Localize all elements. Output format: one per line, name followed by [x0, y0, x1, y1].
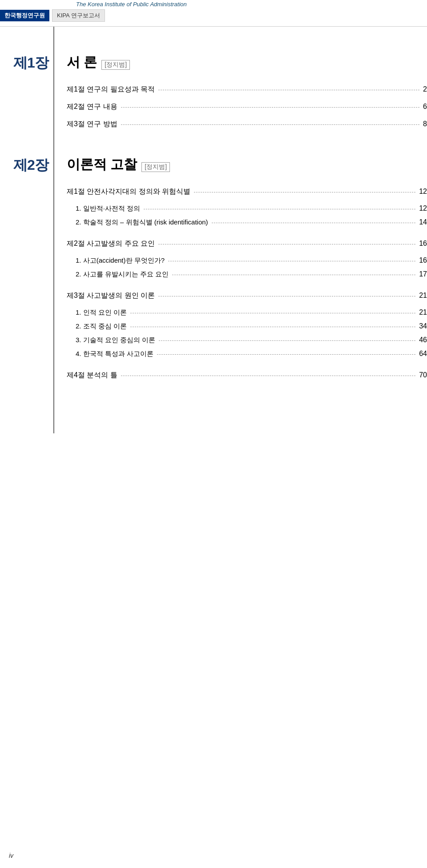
toc-dots [168, 261, 415, 261]
toc-page: 64 [419, 350, 427, 358]
badge-report: KIPA 연구보고서 [52, 9, 105, 22]
main-content: 제1장 서 론 [정지범] 제1절 연구의 필요성과 목적 2 제2절 연구 내… [0, 27, 427, 433]
toc-sub-title: 2. 조직 중심 이론 [76, 322, 127, 331]
toc-dots [157, 354, 415, 355]
toc-page: 8 [423, 120, 427, 128]
toc-entry: 제1절 연구의 필요성과 목적 2 [67, 85, 427, 94]
toc-sub-entry: 4. 한국적 특성과 사고이론 64 [76, 350, 427, 358]
toc-sub-entry: 2. 학술적 정의 – 위험식별 (risk identification) 1… [76, 218, 427, 227]
toc-dots [121, 107, 419, 108]
toc-page: 14 [419, 218, 427, 226]
chapter-1-tag: [정지범] [101, 60, 130, 70]
chapter-2: 제2장 이론적 고찰 [정지범] 제1절 안전사각지대의 정의와 위험식별 12… [0, 156, 427, 380]
toc-page: 12 [419, 188, 427, 196]
toc-entry: 제3절 사고발생의 원인 이론 21 [67, 291, 427, 300]
chapter-1-title: 서 론 [67, 53, 97, 72]
toc-dots [144, 209, 415, 209]
toc-sub-entry: 2. 조직 중심 이론 34 [76, 322, 427, 331]
toc-entry: 제1절 안전사각지대의 정의와 위험식별 12 [67, 187, 427, 196]
header-badges: 한국행정연구원 KIPA 연구보고서 [0, 9, 105, 22]
toc-page: 21 [419, 308, 427, 316]
toc-dots [158, 90, 419, 90]
toc-sub-title: 4. 한국적 특성과 사고이론 [76, 350, 153, 358]
toc-sub-entries: 1. 사고(accident)란 무엇인가? 16 2. 사고를 유발시키는 주… [67, 256, 427, 279]
toc-dots [159, 340, 415, 341]
toc-dots [121, 376, 415, 376]
toc-sub-entry: 1. 인적 요인 이론 21 [76, 308, 427, 317]
toc-entry: 제3절 연구 방법 8 [67, 120, 427, 129]
institute-name: The Korea Institute of Public Administra… [76, 1, 187, 8]
toc-sub-entry: 1. 일반적·사전적 정의 12 [76, 204, 427, 213]
toc-dots [194, 192, 415, 192]
chapter-2-toc: 제1절 안전사각지대의 정의와 위험식별 12 1. 일반적·사전적 정의 12… [67, 187, 427, 380]
toc-page: 16 [419, 240, 427, 248]
toc-section-title: 제1절 안전사각지대의 정의와 위험식별 [67, 187, 190, 196]
toc-page: 46 [419, 336, 427, 344]
section-group: 제3절 사고발생의 원인 이론 21 1. 인적 요인 이론 21 2. 조직 … [67, 291, 427, 358]
toc-dots [130, 327, 415, 327]
toc-section-title: 제3절 연구 방법 [67, 120, 117, 129]
toc-page: 17 [419, 270, 427, 278]
toc-page: 34 [419, 322, 427, 330]
toc-sub-entries: 1. 일반적·사전적 정의 12 2. 학술적 정의 – 위험식별 (risk … [67, 204, 427, 227]
footer-page-number: iv [9, 852, 13, 859]
toc-page: 16 [419, 256, 427, 264]
toc-dots [172, 275, 415, 275]
toc-dots [130, 313, 415, 313]
chapter-2-title: 이론적 고찰 [67, 156, 137, 174]
toc-page: 70 [419, 371, 427, 379]
toc-sub-entry: 3. 기술적 요인 중심의 이론 46 [76, 336, 427, 344]
toc-sub-entry: 2. 사고를 유발시키는 주요 요인 17 [76, 270, 427, 279]
toc-section-title: 제3절 사고발생의 원인 이론 [67, 291, 155, 300]
chapter-2-number: 제2장 [13, 156, 48, 175]
chapter-2-header: 제2장 이론적 고찰 [정지범] [67, 156, 427, 174]
toc-section-title: 제1절 연구의 필요성과 목적 [67, 85, 155, 94]
toc-section-title: 제4절 분석의 틀 [67, 371, 117, 380]
toc-dots [121, 124, 419, 125]
toc-page: 2 [423, 85, 427, 93]
toc-sub-title: 1. 일반적·사전적 정의 [76, 204, 140, 213]
chapter-1-number: 제1장 [13, 53, 48, 73]
chapter-2-tag: [정지범] [141, 162, 170, 172]
chapter-1-header: 제1장 서 론 [정지범] [67, 53, 427, 72]
chapter-1-toc: 제1절 연구의 필요성과 목적 2 제2절 연구 내용 6 제3절 연구 방법 … [67, 85, 427, 129]
section-group: 제4절 분석의 틀 70 [67, 371, 427, 380]
toc-section-title: 제2절 연구 내용 [67, 102, 117, 112]
toc-section-title: 제2절 사고발생의 주요 요인 [67, 239, 155, 248]
toc-sub-title: 3. 기술적 요인 중심의 이론 [76, 336, 155, 344]
toc-page: 6 [423, 103, 427, 111]
toc-sub-title: 1. 사고(accident)란 무엇인가? [76, 256, 165, 265]
chapter-1: 제1장 서 론 [정지범] 제1절 연구의 필요성과 목적 2 제2절 연구 내… [0, 53, 427, 129]
toc-sub-title: 1. 인적 요인 이론 [76, 308, 127, 317]
toc-entry: 제2절 연구 내용 6 [67, 102, 427, 112]
toc-entry: 제2절 사고발생의 주요 요인 16 [67, 239, 427, 248]
toc-entry: 제4절 분석의 틀 70 [67, 371, 427, 380]
toc-sub-title: 2. 사고를 유발시키는 주요 요인 [76, 270, 169, 279]
toc-page: 12 [419, 204, 427, 212]
toc-page: 21 [419, 292, 427, 300]
page-header: The Korea Institute of Public Administra… [0, 0, 427, 27]
toc-dots [212, 223, 416, 223]
toc-dots [158, 296, 415, 296]
toc-sub-entry: 1. 사고(accident)란 무엇인가? 16 [76, 256, 427, 265]
toc-sub-entries: 1. 인적 요인 이론 21 2. 조직 중심 이론 34 3. 기술적 요인 … [67, 308, 427, 358]
section-group: 제2절 사고발생의 주요 요인 16 1. 사고(accident)란 무엇인가… [67, 239, 427, 279]
badge-org: 한국행정연구원 [0, 10, 49, 21]
toc-sub-title: 2. 학술적 정의 – 위험식별 (risk identification) [76, 218, 208, 227]
section-group: 제1절 안전사각지대의 정의와 위험식별 12 1. 일반적·사전적 정의 12… [67, 187, 427, 227]
toc-dots [158, 244, 415, 244]
